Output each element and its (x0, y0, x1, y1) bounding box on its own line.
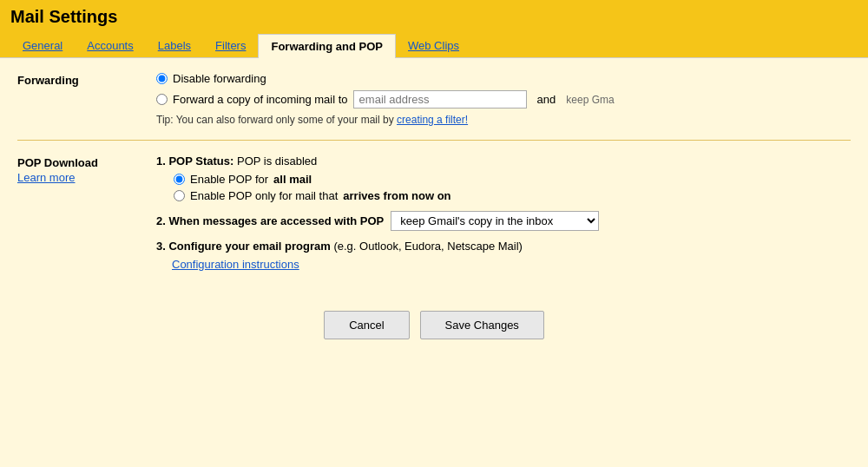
cancel-button[interactable]: Cancel (324, 311, 409, 339)
step3-note: (e.g. Outlook, Eudora, Netscape Mail) (333, 240, 523, 253)
forwarding-section: Forwarding Disable forwarding Forward a … (17, 72, 851, 141)
forward-copy-row: Forward a copy of incoming mail to and k… (156, 90, 851, 109)
nav-tabs: General Accounts Labels Filters Forwardi… (10, 30, 858, 57)
disable-forwarding-row: Disable forwarding (156, 72, 851, 85)
pop-options: Enable POP for all mail Enable POP only … (156, 173, 851, 202)
enable-pop-now-radio[interactable] (174, 190, 185, 201)
disable-forwarding-label: Disable forwarding (173, 72, 266, 85)
enable-pop-now-label: Enable POP only for mail that (190, 189, 338, 202)
configuration-instructions-link[interactable]: Configuration instructions (172, 258, 851, 271)
pop-step2: 2. When messages are accessed with POP k… (156, 211, 851, 231)
enable-pop-all-radio[interactable] (174, 174, 185, 185)
disable-forwarding-radio[interactable] (156, 73, 168, 84)
enable-pop-now-bold: arrives from now on (343, 189, 450, 202)
pop-step3-header: 3. Configure your email program (e.g. Ou… (156, 240, 851, 253)
pop-action-select[interactable]: keep Gmail's copy in the inbox archive G… (391, 211, 599, 231)
enable-pop-now-row: Enable POP only for mail that arrives fr… (174, 189, 851, 202)
step1-status: POP is disabled (237, 155, 317, 168)
creating-filter-link[interactable]: creating a filter! (397, 114, 468, 126)
step3-label: 3. Configure your email program (156, 240, 331, 253)
pop-step1: 1. POP Status: POP is disabled Enable PO… (156, 155, 851, 202)
enable-pop-all-label: Enable POP for (190, 173, 268, 186)
step2-label: 2. When messages are accessed with POP (156, 214, 384, 227)
enable-pop-all-bold: all mail (273, 173, 312, 186)
forwarding-label: Forwarding (17, 74, 79, 87)
tab-forwarding-pop[interactable]: Forwarding and POP (258, 34, 396, 58)
and-text: and (537, 93, 556, 106)
tab-labels[interactable]: Labels (146, 34, 203, 57)
when-row: 2. When messages are accessed with POP k… (156, 211, 851, 231)
forwarding-content: Disable forwarding Forward a copy of inc… (156, 72, 851, 126)
pop-step3: 3. Configure your email program (e.g. Ou… (156, 240, 851, 271)
enable-pop-all-row: Enable POP for all mail (174, 173, 851, 186)
tab-accounts[interactable]: Accounts (75, 34, 145, 57)
tab-general[interactable]: General (10, 34, 75, 57)
tip-text: Tip: You can also forward only some of y… (156, 114, 851, 126)
page-title: Mail Settings (10, 7, 858, 30)
email-input[interactable] (353, 90, 527, 109)
buttons-row: Cancel Save Changes (17, 311, 851, 348)
tip-static: Tip: You can also forward only some of y… (156, 114, 394, 126)
learn-more-link[interactable]: Learn more (17, 171, 156, 184)
forward-copy-radio[interactable] (156, 94, 168, 105)
pop-content: 1. POP Status: POP is disabled Enable PO… (156, 155, 851, 280)
tab-filters[interactable]: Filters (203, 34, 258, 57)
pop-download-label: POP Download (17, 156, 98, 169)
step1-label: 1. POP Status: (156, 155, 233, 168)
forward-copy-label: Forward a copy of incoming mail to (173, 93, 348, 106)
pop-step1-header: 1. POP Status: POP is disabled (156, 155, 851, 168)
tab-web-clips[interactable]: Web Clips (396, 34, 471, 57)
keep-gmail-text: keep Gma (566, 94, 614, 106)
save-changes-button[interactable]: Save Changes (420, 311, 544, 339)
pop-download-section: POP Download Learn more 1. POP Status: P… (17, 155, 851, 293)
